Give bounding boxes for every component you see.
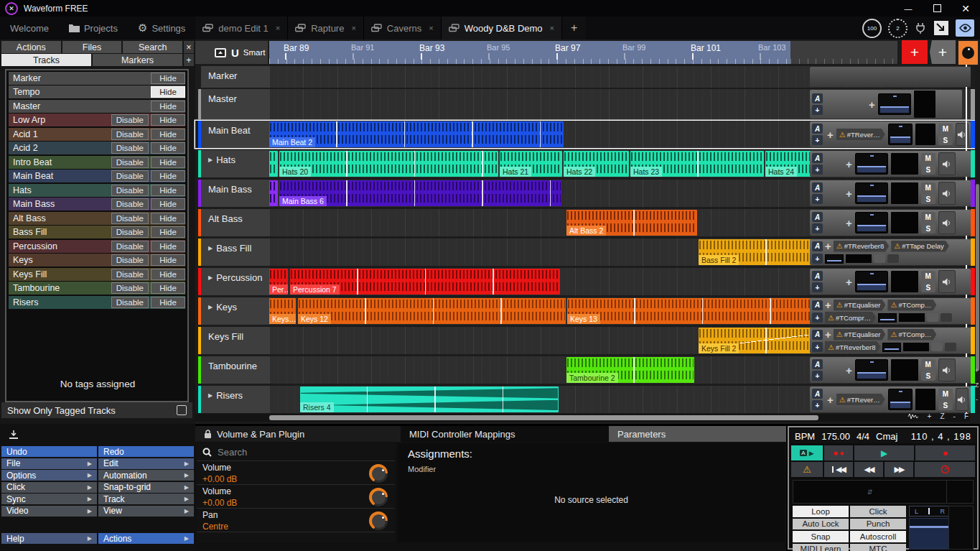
add-secondary-button[interactable]: + — [930, 40, 956, 64]
parameter-knob[interactable] — [369, 488, 388, 506]
add-plugin-button[interactable]: + — [825, 328, 831, 341]
eye-view-button[interactable] — [956, 19, 974, 37]
welcome-tab[interactable]: Welcome — [0, 17, 59, 40]
audio-clip[interactable]: Risers 4 — [300, 386, 559, 412]
toggle-midi-learn[interactable]: MIDI Learn — [793, 544, 849, 551]
track-name-header[interactable]: Marker — [201, 66, 269, 88]
tab-markers[interactable]: Markers — [93, 54, 182, 66]
track-name-header[interactable]: Master — [201, 89, 269, 119]
track-list-row[interactable]: RisersDisableHide — [9, 296, 185, 309]
output-mini[interactable] — [941, 313, 952, 322]
track-list-row[interactable]: Main BeatDisableHide — [9, 170, 185, 182]
parameter-value[interactable]: Centre — [202, 522, 389, 532]
add-plugin-button[interactable]: + — [846, 158, 852, 170]
automation-button[interactable]: A — [812, 359, 823, 369]
punch-clock-button[interactable] — [915, 462, 975, 477]
automation-button[interactable]: A — [812, 124, 823, 134]
tab-midi-mappings[interactable]: MIDI Controller Mappings — [401, 426, 609, 442]
tab-tracks[interactable]: Tracks — [1, 54, 91, 66]
vzoom-z[interactable]: Z — [974, 381, 980, 389]
automation-button[interactable]: A — [812, 389, 823, 399]
fast-forward-button[interactable]: ▶▶ — [885, 462, 913, 477]
zoom-f[interactable]: F — [964, 412, 969, 420]
cpu-meter-icon[interactable]: 100 — [862, 19, 882, 38]
track-name-header[interactable]: ▶Risers — [201, 386, 269, 413]
menu-item-view[interactable]: View▶ — [98, 506, 194, 517]
track-list-row[interactable]: PercussionDisableHide — [9, 240, 185, 253]
auto-play-button[interactable]: A▶ — [791, 445, 823, 460]
audio-clip[interactable]: Main Bass 6 — [279, 180, 561, 206]
track-name-header[interactable]: Tambourine — [201, 356, 269, 384]
add-plugin-button[interactable]: + — [846, 217, 852, 229]
disable-button[interactable]: Disable — [111, 114, 149, 126]
disable-button[interactable]: Disable — [111, 254, 149, 266]
vertical-scrollbar[interactable] — [975, 65, 980, 415]
plugin-chip[interactable]: ⚠#TTape Delay — [891, 241, 949, 252]
edit-tab-rapture[interactable]: Rapture× — [288, 17, 364, 40]
mute-button[interactable]: M — [921, 182, 935, 193]
audio-clip[interactable]: Tambourine 2 — [566, 357, 694, 383]
disable-button[interactable]: Disable — [111, 129, 149, 140]
play-button[interactable]: ▶ — [854, 445, 914, 460]
menu-item-video[interactable]: Video▶ — [1, 506, 97, 517]
mute-button[interactable]: M — [938, 389, 953, 399]
add-plugin-button[interactable]: + — [825, 299, 831, 311]
volume-fader[interactable] — [888, 124, 913, 145]
level-gauge-icon[interactable]: 2 — [888, 19, 907, 38]
add-automation-button[interactable]: + — [812, 135, 823, 145]
hide-button[interactable]: Hide — [151, 226, 185, 238]
toggle-click[interactable]: Click — [850, 506, 906, 517]
plugin-chip[interactable]: ⚠#TCompr… — [825, 312, 876, 323]
volume-fader[interactable] — [855, 212, 888, 233]
menu-item-redo[interactable]: Redo — [98, 446, 194, 457]
expand-arrow-icon[interactable]: ▶ — [208, 245, 213, 251]
menu-item-automation[interactable]: Automation▶ — [98, 470, 194, 481]
horizontal-scrollbar[interactable] — [195, 414, 970, 422]
parameter-value[interactable]: +0.00 dB — [202, 474, 389, 484]
expand-arrow-icon[interactable]: ▶ — [208, 157, 213, 163]
mute-button[interactable]: M — [938, 124, 953, 134]
hide-button[interactable]: Hide — [151, 185, 185, 196]
audio-clip[interactable] — [269, 180, 278, 206]
hide-button[interactable]: Hide — [151, 282, 185, 294]
track-list-row[interactable]: HatsDisableHide — [9, 184, 185, 197]
plugin-chip[interactable]: ⚠#TEqualiser — [834, 300, 886, 311]
output-mini[interactable] — [945, 343, 956, 351]
disable-button[interactable]: Disable — [111, 185, 149, 196]
tab-actions[interactable]: Actions — [1, 41, 61, 53]
hide-button[interactable]: Hide — [151, 142, 185, 154]
projects-tab[interactable]: Projects — [59, 17, 128, 40]
track-list-row[interactable]: KeysDisableHide — [9, 254, 185, 267]
volume-fader-mini[interactable] — [825, 254, 844, 264]
hide-button[interactable]: Hide — [151, 157, 185, 168]
audio-clip[interactable]: Keys Fill 2 — [699, 328, 826, 353]
track-list-row[interactable]: Main BassDisableHide — [9, 198, 185, 210]
expand-arrow-icon[interactable]: ▶ — [208, 392, 213, 399]
hide-button[interactable]: Hide — [151, 213, 185, 224]
add-track-button[interactable]: + — [184, 54, 194, 66]
add-automation-button[interactable]: + — [812, 282, 823, 292]
volume-fader-mini[interactable] — [882, 343, 901, 352]
volume-fader[interactable] — [855, 153, 888, 175]
mute-button[interactable]: M — [921, 359, 935, 369]
track-name-header[interactable]: Keys Fill — [201, 327, 269, 354]
automation-strip-aux[interactable] — [946, 480, 974, 504]
audio-clip[interactable]: Hats 20 — [279, 151, 498, 177]
download-icon[interactable] — [9, 430, 19, 440]
toggle-snap[interactable]: Snap — [793, 531, 849, 542]
toggle-punch[interactable]: Punch — [850, 519, 906, 530]
track-name-header[interactable]: Main Bass — [201, 180, 269, 207]
track-list-row[interactable]: Bass FillDisableHide — [9, 226, 185, 239]
key-signature[interactable]: Cmaj — [876, 431, 897, 442]
settings-tab[interactable]: ⚙ Settings — [128, 17, 195, 40]
edit-tab-caverns[interactable]: Caverns× — [364, 17, 442, 40]
waveform-zoom-icon[interactable] — [907, 413, 919, 420]
output-speaker-button[interactable] — [938, 358, 956, 381]
rewind-button[interactable]: ◀◀ — [854, 462, 883, 477]
tab-files[interactable]: Files — [62, 41, 122, 53]
plugin-plug-icon[interactable] — [914, 22, 927, 34]
go-to-start-button[interactable]: ◀◀ — [824, 462, 853, 477]
plugin-title-tab[interactable]: Volume & Pan Plugin — [195, 426, 401, 442]
add-plugin-button[interactable]: + — [869, 98, 875, 111]
plugin-chip[interactable]: ⚠#TEqualiser — [834, 329, 886, 341]
